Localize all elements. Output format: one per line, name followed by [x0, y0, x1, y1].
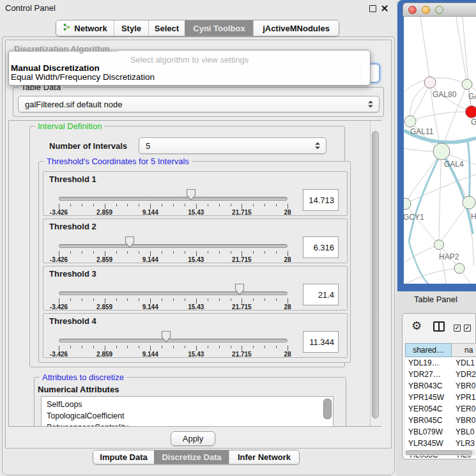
slider-track[interactable] [59, 339, 288, 342]
close-icon[interactable] [381, 4, 388, 12]
slider-tick [208, 298, 208, 301]
float-panel-icon[interactable] [369, 5, 376, 12]
algorithm-option-1[interactable]: Manual Discretization [11, 64, 368, 73]
table-row[interactable]: YER054CYER0 [405, 403, 476, 415]
table-data-combobox[interactable]: galFiltered.sif default node [18, 96, 380, 112]
checkbox-icon[interactable]: ✓ [464, 325, 471, 332]
slider-track[interactable] [59, 244, 288, 248]
table-row[interactable]: YBR043CYBR0 [405, 380, 476, 392]
threshold-panel-4: Threshold 4-3.4262.8599.14415.4321.71528… [43, 313, 348, 358]
apply-button[interactable]: Apply [171, 431, 215, 446]
minimize-traffic-light[interactable] [422, 6, 430, 14]
close-traffic-light[interactable] [408, 6, 417, 14]
network-node[interactable] [404, 198, 411, 210]
network-edge [410, 82, 430, 121]
slider-tick [93, 204, 94, 206]
cell-name: YBL0 [452, 426, 476, 438]
node-label: G [471, 118, 476, 127]
threshold-value-field[interactable]: 14.713 [303, 189, 339, 211]
network-node[interactable] [462, 79, 472, 89]
network-window-titlebar[interactable] [403, 3, 476, 17]
attributes-list[interactable]: SelfLoopsTopologicalCoefficientBetweenne… [41, 396, 334, 427]
slider-tick [150, 204, 151, 209]
network-node[interactable] [454, 263, 464, 273]
checkbox-icon[interactable]: ✓ [454, 325, 461, 332]
slider-thumb[interactable] [186, 188, 196, 201]
table-data-value: galFiltered.sif default node [25, 100, 122, 109]
group-border-line [10, 51, 118, 52]
slider-tick [253, 346, 254, 348]
algorithm-option-2[interactable]: Equal Width/Frequency Discretization [11, 73, 368, 82]
threshold-panel-3: Threshold 3-3.4262.8599.14415.4321.71528… [43, 266, 348, 311]
network-node[interactable] [466, 106, 476, 118]
network-edge-strong [409, 151, 441, 242]
tick-label: 21.715 [227, 351, 256, 358]
attribute-list-item[interactable]: SelfLoops [42, 399, 333, 410]
network-node[interactable] [424, 77, 436, 88]
zoom-traffic-light[interactable] [435, 6, 443, 14]
split-columns-icon[interactable] [433, 321, 445, 332]
column-header-name[interactable]: na [452, 343, 476, 357]
table-row[interactable]: YLR345WYLR3 [405, 438, 476, 449]
slider-track[interactable] [59, 197, 288, 201]
tab-style[interactable]: Style [114, 20, 148, 36]
attributes-list-scrollbar[interactable] [323, 399, 332, 419]
slider-tick [162, 298, 162, 301]
interval-definition-group: Interval Definition Number of Intervals … [29, 126, 345, 367]
slider-tick [265, 251, 265, 254]
network-node[interactable] [433, 143, 450, 160]
network-canvas[interactable]: GAL80GAGAL11GGAL4GCY1HHAP2 [404, 17, 476, 284]
attribute-list-item[interactable]: TopologicalCoefficient [42, 410, 333, 422]
slider-tick [253, 298, 254, 301]
tab-cyni-toolbox[interactable]: Cyni Toolbox [185, 20, 253, 36]
network-node[interactable] [434, 240, 444, 250]
num-intervals-stepper[interactable]: 5 [139, 137, 326, 154]
table-row[interactable]: YPR145WYPR1 [405, 392, 476, 403]
tab-impute-data[interactable]: Impute Data [93, 450, 154, 464]
cell-shared-name: YBR045C [405, 415, 452, 426]
network-view-window: GAL80GAGAL11GGAL4GCY1HHAP2 [397, 0, 476, 291]
slider-tick [253, 251, 254, 254]
viewport-scrollbar-thumb[interactable] [372, 131, 379, 418]
table-hscrollbar-track[interactable] [405, 450, 475, 456]
table-row[interactable]: YBL079WYBL0 [405, 426, 476, 438]
tab-label: Network [74, 24, 107, 33]
table-row[interactable]: YDL19…YDL1 [405, 357, 476, 369]
gear-icon[interactable]: ⚙ [411, 320, 422, 332]
slider-tick [173, 346, 174, 348]
threshold-value-field[interactable]: 6.316 [303, 236, 339, 258]
slider-thumb[interactable] [125, 236, 135, 248]
tab-select[interactable]: Select [148, 20, 185, 36]
slider-tick [105, 298, 105, 303]
cell-name: YDR2 [452, 369, 476, 380]
slider-thumb[interactable] [234, 283, 245, 295]
node-label: GAL11 [410, 127, 434, 136]
network-node[interactable] [463, 196, 475, 209]
table-row[interactable]: YBR045CYBR0 [405, 415, 476, 426]
cell-shared-name: YDR27… [405, 369, 452, 380]
slider-tick [59, 251, 59, 256]
table-hscrollbar-thumb[interactable] [406, 450, 472, 455]
slider-tick [139, 251, 139, 254]
tab-infer-network[interactable]: Infer Network [229, 450, 299, 464]
slider-tick [219, 251, 220, 254]
slider-thumb[interactable] [161, 330, 171, 342]
table-row[interactable]: YDR27…YDR2 [405, 369, 476, 380]
column-header-shared-name[interactable]: shared… [405, 343, 452, 357]
network-node[interactable] [404, 116, 416, 127]
tab-discretize-data[interactable]: Discretize Data [154, 450, 229, 464]
threshold-value-field[interactable]: 21.4 [303, 284, 339, 305]
threshold-value-field[interactable]: 11.344 [303, 331, 339, 353]
tab-network[interactable]: Network [56, 20, 114, 36]
slider-tick [82, 298, 82, 301]
slider-tick [231, 204, 231, 206]
slider-tick [70, 346, 71, 348]
threshold-value: 11.344 [309, 337, 334, 347]
tick-label: 2.859 [90, 303, 119, 311]
cell-name: YBR0 [452, 415, 476, 426]
algorithm-options-list: Manual DiscretizationEqual Width/Frequen… [11, 64, 368, 82]
slider-track[interactable] [59, 291, 288, 295]
slider-tick [139, 204, 139, 206]
attribute-list-item[interactable]: BetweennessCentrality [42, 422, 333, 427]
tab-jactivemnodules[interactable]: jActiveMNodules [253, 20, 339, 36]
